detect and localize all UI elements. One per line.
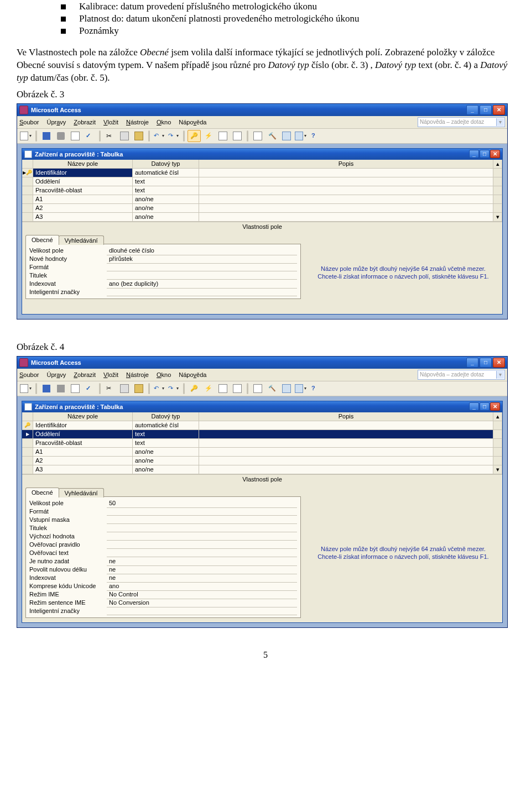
desc-cell[interactable] [199, 177, 493, 186]
chevron-down-icon[interactable]: ▾ [496, 118, 504, 126]
corner-cell[interactable] [22, 160, 33, 169]
col-name[interactable]: Název pole [33, 412, 133, 421]
datatype-cell[interactable]: text [133, 177, 199, 186]
paste-button[interactable] [132, 383, 145, 395]
cut-button[interactable]: ✂ [103, 130, 117, 142]
prop-value[interactable]: No Conversion [107, 599, 297, 607]
help-search-input[interactable]: Nápověda – zadejte dotaz ▾ [418, 370, 505, 380]
tab-obecne[interactable]: Obecné [25, 235, 59, 244]
undo-button[interactable]: ↶▾ [153, 383, 166, 395]
fieldname-cell[interactable]: A2 [33, 204, 133, 213]
close-button[interactable]: ✕ [493, 105, 505, 115]
prop-value[interactable] [107, 532, 297, 541]
row-selector[interactable]: 🔑 [22, 421, 33, 430]
desc-cell[interactable] [199, 430, 493, 439]
tab-vyhledavani[interactable]: Vyhledávání [59, 488, 104, 497]
row-selector[interactable] [22, 457, 33, 465]
menu-vlozit[interactable]: Vložit [103, 371, 118, 378]
tab-obecne[interactable]: Obecné [25, 488, 59, 497]
minimize-button[interactable]: _ [466, 105, 478, 115]
prop-value[interactable] [107, 549, 297, 557]
insert-rows-button[interactable] [216, 130, 230, 142]
prop-value[interactable]: ne [107, 565, 297, 574]
fieldname-cell[interactable]: A1 [33, 195, 133, 204]
menu-soubor[interactable]: Soubor [19, 119, 39, 125]
datatype-cell[interactable]: ano/ne [133, 448, 199, 457]
copy-button[interactable] [118, 383, 131, 395]
fieldname-cell[interactable]: Identifikátor [33, 169, 133, 177]
datatype-cell[interactable]: ano/ne [133, 457, 199, 465]
spellcheck-button[interactable]: ✓ [83, 130, 96, 142]
fieldname-cell[interactable]: Identifikátor [33, 421, 133, 430]
undo-button[interactable]: ↶▾ [153, 130, 166, 142]
view-button[interactable]: ▾ [19, 130, 33, 142]
menu-napoveda[interactable]: Nápověda [179, 119, 206, 125]
row-selector[interactable] [22, 186, 33, 195]
inner-close-button[interactable]: ✕ [490, 150, 500, 158]
db-window-button[interactable] [280, 130, 293, 142]
prop-value[interactable] [107, 263, 297, 271]
primary-key-button[interactable]: 🔑 [188, 383, 201, 395]
inner-titlebar[interactable]: Zařízení a pracoviště : Tabulka _ □ ✕ [22, 401, 502, 412]
datatype-cell[interactable]: ano/ne [133, 195, 199, 204]
menu-zobrazit[interactable]: Zobrazit [74, 371, 96, 378]
datatype-cell[interactable]: automatické čísl [133, 169, 199, 177]
db-window-button[interactable] [280, 383, 293, 395]
datatype-cell[interactable]: ano/ne [133, 465, 199, 474]
desc-cell[interactable] [199, 186, 493, 195]
prop-value[interactable] [107, 271, 297, 280]
new-object-button[interactable]: ▾ [294, 383, 308, 395]
row-selector[interactable] [22, 177, 33, 186]
maximize-button[interactable]: □ [480, 358, 492, 368]
help-search-input[interactable]: Nápověda – zadejte dotaz ▾ [418, 117, 505, 127]
maximize-button[interactable]: □ [480, 105, 492, 115]
col-desc[interactable]: Popis [199, 160, 493, 169]
row-selector[interactable] [22, 195, 33, 204]
scroll-down-button[interactable]: ▾ [493, 465, 502, 474]
scroll-up-button[interactable]: ▴ [493, 412, 502, 421]
properties-button[interactable] [251, 383, 264, 395]
desc-cell[interactable] [199, 195, 493, 204]
menu-vlozit[interactable]: Vložit [103, 119, 118, 125]
fieldname-cell[interactable]: A3 [33, 465, 133, 474]
scroll-down-button[interactable]: ▾ [493, 213, 502, 222]
copy-button[interactable] [118, 130, 131, 142]
redo-button[interactable]: ↷▾ [167, 130, 180, 142]
row-selector[interactable] [22, 465, 33, 474]
desc-cell[interactable] [199, 421, 493, 430]
preview-button[interactable] [69, 383, 82, 395]
view-button[interactable]: ▾ [19, 383, 33, 395]
help-button[interactable]: ? [309, 383, 322, 395]
desc-cell[interactable] [199, 439, 493, 448]
build-button[interactable]: 🔨 [266, 130, 279, 142]
menu-upravy[interactable]: Úpravy [46, 119, 66, 125]
desc-cell[interactable] [199, 448, 493, 457]
redo-button[interactable]: ↷▾ [167, 383, 180, 395]
prop-value[interactable]: No Control [107, 590, 297, 599]
new-object-button[interactable]: ▾ [294, 130, 308, 142]
fieldname-cell[interactable]: Oddělení [33, 177, 133, 186]
datatype-cell[interactable]: automatické čísl [133, 421, 199, 430]
datatype-cell[interactable]: text [133, 439, 199, 448]
menu-okno[interactable]: Okno [157, 119, 171, 125]
col-type[interactable]: Datový typ [133, 412, 199, 421]
prop-value[interactable] [107, 516, 297, 524]
datatype-cell[interactable]: text [133, 430, 199, 439]
paste-button[interactable] [132, 130, 145, 142]
save-button[interactable] [40, 383, 53, 395]
prop-value[interactable]: ano (bez duplicity) [107, 280, 297, 289]
datatype-cell[interactable]: ano/ne [133, 213, 199, 222]
desc-cell[interactable] [199, 465, 493, 474]
indexes-button[interactable]: ⚡ [202, 130, 215, 142]
scroll-up-button[interactable]: ▴ [493, 160, 502, 169]
fieldname-cell[interactable]: Pracoviště-oblast [33, 439, 133, 448]
chevron-down-icon[interactable]: ▾ [496, 371, 504, 379]
row-selector[interactable] [22, 213, 33, 222]
inner-titlebar[interactable]: Zařízení a pracoviště : Tabulka _ □ ✕ [22, 149, 502, 160]
menu-zobrazit[interactable]: Zobrazit [74, 119, 96, 125]
prop-value[interactable] [107, 507, 297, 516]
corner-cell[interactable] [22, 412, 33, 421]
minimize-button[interactable]: _ [466, 358, 478, 368]
fieldname-cell[interactable]: A1 [33, 448, 133, 457]
row-selector[interactable] [22, 204, 33, 213]
